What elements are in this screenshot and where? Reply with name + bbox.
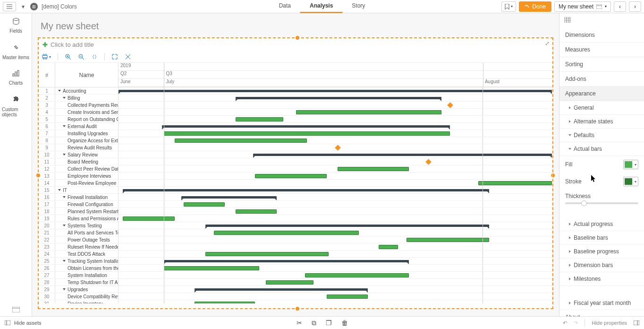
delete-tool[interactable]: 🗑 — [341, 319, 348, 327]
props-measures[interactable]: Measures — [559, 43, 644, 57]
hide-assets-button[interactable]: Hide assets — [14, 320, 41, 326]
assets-charts[interactable]: Charts — [0, 65, 32, 91]
gantt-row[interactable]: 12Collect Peer Review Data — [39, 165, 552, 173]
paste-tool[interactable]: ❐ — [326, 319, 332, 327]
summary-bar[interactable] — [123, 189, 489, 191]
gantt-row[interactable]: 27System Installation — [39, 272, 552, 279]
summary-bar[interactable] — [195, 288, 368, 291]
sheet-selector[interactable]: My new sheet ▾ — [554, 1, 611, 12]
task-bar[interactable] — [205, 252, 329, 256]
summary-bar[interactable] — [253, 154, 552, 156]
gantt-row[interactable]: 9Review Audit Results — [39, 144, 552, 151]
milestone-marker[interactable] — [335, 145, 341, 151]
props-sorting[interactable]: Sorting — [559, 57, 644, 72]
sub-alternate-states[interactable]: Alternate states — [559, 115, 644, 129]
task-bar[interactable] — [164, 131, 450, 136]
task-bar[interactable] — [214, 231, 359, 235]
resize-handle-top[interactable] — [296, 36, 299, 40]
gantt-row[interactable]: 8Organize Access for External Auditors — [39, 137, 552, 144]
gantt-row[interactable]: 14Post-Review Employee Interviews — [39, 180, 552, 187]
gantt-row[interactable]: 23Ruleset Review If Needed — [39, 243, 552, 251]
summary-bar[interactable] — [236, 97, 441, 99]
task-bar[interactable] — [305, 273, 409, 277]
zoom-out-tool[interactable] — [78, 53, 85, 60]
summary-bar[interactable] — [205, 225, 489, 227]
gantt-visualization[interactable]: ⤢ ✚ Click to add title ▾ # Name 2019 Q2Q… — [38, 37, 553, 309]
task-bar[interactable] — [379, 245, 398, 249]
task-bar[interactable] — [338, 167, 409, 171]
redo-tool[interactable]: ↷ — [574, 320, 578, 326]
props-about[interactable]: About — [559, 310, 644, 316]
gantt-row[interactable]: 31Device Inventory — [39, 300, 552, 303]
hide-properties-button[interactable]: Hide properties — [592, 320, 627, 326]
sub-baseline-progress[interactable]: Baseline progress — [559, 245, 644, 259]
sub-milestones[interactable]: Milestones — [559, 272, 644, 286]
task-bar[interactable] — [296, 110, 441, 114]
task-bar[interactable] — [184, 202, 225, 207]
summary-bar[interactable] — [164, 260, 409, 262]
print-tool[interactable]: ▾ — [42, 54, 51, 60]
gantt-row[interactable]: 21All Ports and Services Tested — [39, 229, 552, 236]
gantt-row[interactable]: 2Billing — [39, 95, 552, 102]
task-bar[interactable] — [175, 139, 307, 143]
gantt-row[interactable]: 15IT — [39, 187, 552, 194]
task-bar[interactable] — [236, 209, 277, 214]
fill-color-picker[interactable]: ▾ — [623, 160, 638, 169]
summary-bar[interactable] — [181, 196, 277, 199]
summary-bar[interactable] — [119, 90, 552, 92]
sub-fiscal[interactable]: Fiscal year start month — [559, 296, 644, 310]
gantt-row[interactable]: 3Collected Payments Review — [39, 102, 552, 109]
fit-tool[interactable] — [91, 53, 98, 60]
bookmark-button[interactable]: ▾ — [501, 1, 516, 12]
gantt-row[interactable]: 30Device Compatibility Review — [39, 293, 552, 300]
copy-tool[interactable]: ⧉ — [312, 319, 316, 327]
task-bar[interactable] — [407, 238, 489, 242]
gantt-row[interactable]: 6External Audit — [39, 123, 552, 130]
sub-defaults[interactable]: Defaults — [559, 129, 644, 142]
expand-icon[interactable]: ⤢ — [545, 40, 550, 47]
menu-button[interactable] — [3, 2, 16, 11]
gantt-row[interactable]: 11Board Meeting — [39, 158, 552, 165]
milestone-marker[interactable] — [447, 102, 453, 108]
gantt-row[interactable]: 5Report on Outstanding Collections — [39, 116, 552, 123]
summary-bar[interactable] — [162, 125, 450, 128]
task-bar[interactable] — [266, 280, 314, 285]
tab-story[interactable]: Story — [342, 0, 374, 13]
sub-baseline-bars[interactable]: Baseline bars — [559, 231, 644, 245]
gantt-row[interactable]: 29Upgrades — [39, 286, 552, 293]
done-button[interactable]: Done — [519, 1, 551, 12]
viz-title[interactable]: ✚ Click to add title — [39, 38, 552, 51]
sub-dimension-bars[interactable]: Dimension bars — [559, 259, 644, 272]
gantt-row[interactable]: 18Planned System Restart — [39, 208, 552, 215]
task-bar[interactable] — [164, 266, 259, 270]
task-bar[interactable] — [327, 294, 368, 299]
gantt-row[interactable]: 22Power Outage Tests — [39, 236, 552, 243]
thickness-slider[interactable] — [565, 202, 638, 204]
tab-analysis[interactable]: Analysis — [300, 0, 342, 13]
task-bar[interactable] — [255, 174, 326, 178]
gantt-row[interactable]: 16Firewall Installation — [39, 194, 552, 201]
milestone-marker[interactable] — [425, 159, 432, 165]
menu-dropdown[interactable]: ▾ — [20, 3, 26, 10]
resize-handle-bottom[interactable] — [296, 307, 299, 311]
task-bar[interactable] — [123, 216, 175, 221]
stroke-color-picker[interactable]: ▾ — [623, 177, 638, 186]
sub-actual-bars[interactable]: Actual bars — [559, 142, 644, 156]
gantt-row[interactable]: 28Temp Shutdown for IT Audit — [39, 279, 552, 286]
task-bar[interactable] — [478, 181, 552, 185]
prev-sheet-button[interactable]: ‹ — [614, 1, 626, 12]
collapse-tool[interactable] — [125, 53, 131, 60]
gantt-row[interactable]: 20Systems Testing — [39, 222, 552, 229]
sheets-toggle[interactable] — [0, 303, 32, 316]
zoom-in-tool[interactable] — [65, 53, 71, 60]
undo-tool[interactable]: ↶ — [563, 320, 567, 326]
sub-actual-progress[interactable]: Actual progress — [559, 217, 644, 231]
assets-custom-objects[interactable]: Custom objects — [0, 91, 32, 122]
task-bar[interactable] — [236, 117, 283, 121]
gantt-row[interactable]: 25Tracking System Installation — [39, 258, 552, 265]
gantt-row[interactable]: 1Accounting — [39, 87, 552, 95]
gantt-row[interactable]: 26Obtain Licenses from the Vendor — [39, 265, 552, 272]
props-addons[interactable]: Add-ons — [559, 72, 644, 87]
props-appearance[interactable]: Appearance — [559, 87, 644, 101]
assets-fields[interactable]: Fields — [0, 13, 32, 39]
